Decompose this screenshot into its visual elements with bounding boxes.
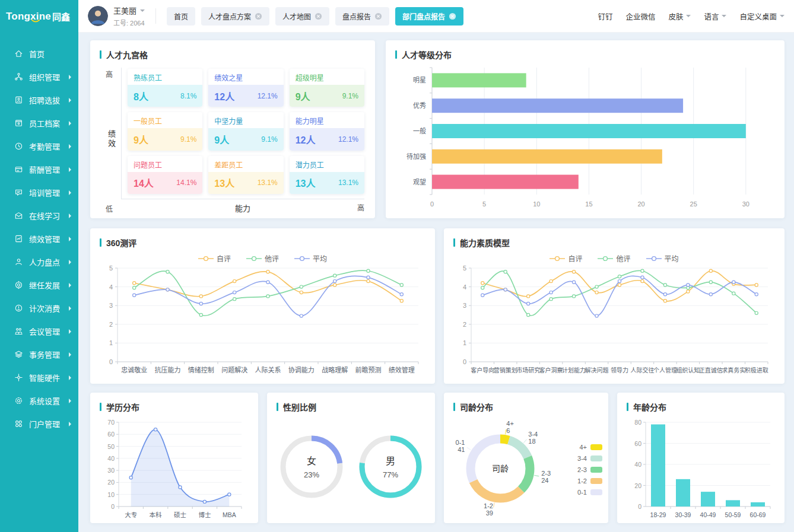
tab-close-icon[interactable]	[449, 12, 456, 20]
sidebar-item-metering[interactable]: 计次消费	[0, 297, 78, 320]
tab-1[interactable]: 人才盘点方案	[201, 7, 269, 26]
nine-grid-cell-title: 能力明星	[290, 112, 364, 128]
tab-2[interactable]: 人才地图	[275, 7, 329, 26]
sidebar-item-employee-archive[interactable]: 员工档案	[0, 112, 78, 135]
quick-link-3[interactable]: 语言	[704, 11, 726, 22]
sidebar-item-home[interactable]: 首页	[0, 42, 78, 65]
sidebar-item-training[interactable]: 培训管理	[0, 181, 78, 204]
cell-pct: 13.1%	[338, 179, 358, 187]
chevron-right-icon	[69, 214, 71, 218]
axis-row: 能力 高	[121, 202, 364, 214]
legend-item[interactable]: 平均	[646, 253, 679, 263]
panel-title-bar	[100, 403, 101, 411]
sidebar-item-recruit[interactable]: 招聘选拔	[0, 88, 78, 112]
svg-text:积极进取: 积极进取	[745, 367, 768, 374]
nine-grid-cell[interactable]: 一般员工9人9.1%	[128, 112, 202, 150]
sidebar-item-attendance[interactable]: 考勤管理	[0, 135, 78, 158]
panel-title: 人才等级分布	[402, 49, 452, 60]
sidebar-item-system-settings[interactable]: 系统设置	[0, 389, 78, 412]
panel-header: 人才等级分布	[386, 40, 785, 64]
svg-text:0-1: 0-1	[456, 439, 465, 446]
quick-link-0[interactable]: 钉钉	[598, 11, 612, 22]
legend-item[interactable]: 自评	[550, 253, 582, 263]
svg-text:18-29: 18-29	[650, 511, 666, 518]
svg-text:30: 30	[107, 467, 115, 474]
axis-label-low: 低	[106, 203, 113, 214]
legend-swatch	[590, 489, 602, 495]
sidebar-item-online-learning[interactable]: 在线学习	[0, 204, 78, 227]
sidebar-item-succession[interactable]: 继任发展	[0, 273, 78, 297]
legend-item[interactable]: 2-3	[577, 466, 602, 473]
quick-link-4[interactable]: 自定义桌面	[739, 11, 785, 22]
sidebar-item-org[interactable]: 组织管理	[0, 65, 78, 88]
nine-grid-cell[interactable]: 潜力员工13人13.1%	[290, 156, 364, 194]
legend-item[interactable]: 3-4	[577, 455, 602, 462]
affairs-icon	[14, 350, 23, 359]
legend-item[interactable]: 4+	[577, 444, 602, 451]
legend-item[interactable]: 1-2	[577, 477, 602, 485]
tab-4[interactable]: 部门盘点报告	[395, 7, 463, 26]
axis-label-performance: 绩效	[106, 130, 117, 149]
svg-text:2-3: 2-3	[541, 470, 551, 477]
legend-label: 4+	[579, 444, 587, 451]
tab-label: 部门盘点报告	[402, 11, 445, 21]
tab-close-icon[interactable]	[315, 12, 322, 20]
age-bar-svg: 02040608018-2930-3940-4950-5960-69	[627, 416, 775, 522]
legend-item[interactable]: 0-1	[577, 489, 602, 496]
survey360-line-svg: 012345忠诚敬业抗压能力情绪控制问题解决人际关系协调能力战略理解前瞻预测绩效…	[100, 263, 425, 377]
legend-item[interactable]: 平均	[294, 253, 327, 263]
sidebar-item-label: 智能硬件	[29, 372, 60, 383]
legend-marker-icon	[198, 256, 214, 262]
panel-header: 学历分布	[90, 393, 258, 416]
svg-text:司龄: 司龄	[492, 464, 509, 473]
tab-0[interactable]: 首页	[167, 7, 195, 26]
tab-close-icon[interactable]	[255, 12, 262, 20]
panel-title: 能力素质模型	[460, 237, 510, 249]
quick-link-2[interactable]: 皮肤	[668, 11, 691, 22]
quick-link-1[interactable]: 企业微信	[625, 11, 655, 22]
svg-text:20: 20	[637, 200, 644, 208]
panel-title-bar	[453, 403, 455, 411]
svg-text:抗压能力: 抗压能力	[155, 366, 181, 374]
chevron-right-icon	[69, 167, 71, 172]
app-logo[interactable]: Tongxine 同鑫	[0, 0, 78, 33]
user-block[interactable]: 王美丽 工号: 2064	[88, 5, 145, 27]
cell-count: 9人	[214, 132, 229, 146]
sidebar-item-performance[interactable]: 绩效管理	[0, 227, 78, 250]
svg-text:组织认知: 组织认知	[676, 367, 700, 374]
legend-item[interactable]: 他评	[246, 253, 279, 263]
nine-grid-cell[interactable]: 中坚力量9人9.1%	[208, 112, 283, 150]
panel-title: 年龄分布	[633, 401, 666, 413]
sidebar-item-salary[interactable]: 薪酬管理	[0, 158, 78, 181]
gender-chart: 女23%男77%	[267, 416, 435, 520]
sidebar-item-portal[interactable]: 门户管理	[0, 412, 78, 435]
nine-grid-cell[interactable]: 熟练员工8人8.1%	[128, 69, 202, 107]
axis-label-high: 高	[106, 69, 113, 79]
nine-grid-cell[interactable]: 差距员工13人13.1%	[208, 156, 283, 194]
svg-text:本科: 本科	[150, 511, 162, 518]
cell-pct: 14.1%	[176, 179, 196, 187]
nine-grid-cell[interactable]: 能力明星12人12.1%	[290, 112, 364, 150]
svg-text:问题解决: 问题解决	[221, 366, 247, 374]
svg-text:20: 20	[107, 479, 115, 486]
legend-item[interactable]: 自评	[198, 253, 231, 263]
svg-text:观望: 观望	[413, 179, 426, 186]
legend-item[interactable]: 他评	[598, 253, 630, 263]
sidebar-item-meeting[interactable]: 会议管理	[0, 320, 78, 343]
chevron-right-icon	[69, 283, 71, 288]
sidebar-item-affairs[interactable]: 事务管理	[0, 343, 78, 366]
tab-3[interactable]: 盘点报告	[335, 7, 389, 26]
svg-text:40: 40	[634, 461, 641, 468]
nine-grid-cell[interactable]: 超级明星9人9.1%	[290, 69, 364, 107]
nine-grid-cell[interactable]: 绩效之星12人12.1%	[208, 69, 283, 107]
svg-text:1: 1	[463, 339, 466, 346]
nine-grid-cell[interactable]: 问题员工14人14.1%	[128, 156, 202, 194]
sidebar-item-talent-review[interactable]: 人力盘点	[0, 250, 78, 273]
svg-text:80: 80	[634, 419, 641, 426]
tab-close-icon[interactable]	[374, 12, 382, 20]
sidebar-item-label: 绩效管理	[29, 233, 60, 244]
svg-text:70: 70	[107, 419, 115, 426]
svg-text:个人管理: 个人管理	[653, 367, 677, 374]
succession-icon	[14, 281, 23, 289]
sidebar-item-smart-hardware[interactable]: 智能硬件	[0, 366, 78, 389]
